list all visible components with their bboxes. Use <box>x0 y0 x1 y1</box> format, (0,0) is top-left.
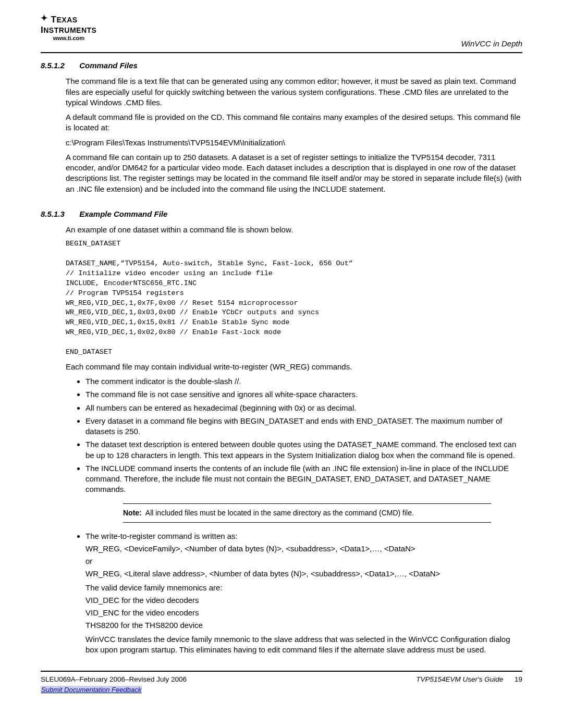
footer-left: SLEU069A–February 2006–Revised July 2006 <box>41 675 187 684</box>
file-path: c:\Program Files\Texas Instruments\TVP51… <box>66 138 522 148</box>
syntax-or: or <box>85 556 522 566</box>
logo-url: www.ti.com <box>41 34 96 42</box>
paragraph: WinVCC translates the device family mnem… <box>85 634 522 656</box>
syntax-line: WR_REG, <Literal slave address>, <Number… <box>85 569 522 579</box>
paragraph: The valid device family mnemonics are: <box>85 583 522 593</box>
list-item: All numbers can be entered as hexadecima… <box>85 403 522 413</box>
list-item: The comment indicator is the double-slas… <box>85 376 522 387</box>
section-number: 8.5.1.3 <box>41 209 77 219</box>
page-number: 19 <box>515 675 522 683</box>
header-chapter: WinVCC in Depth <box>461 39 522 49</box>
header-rule <box>41 52 522 53</box>
syntax-line: WR_REG, <DeviceFamily>, <Number of data … <box>85 544 522 554</box>
list-item: Every dataset in a command file begins w… <box>85 416 522 437</box>
paragraph: A default command file is provided on th… <box>66 112 522 133</box>
note-box: Note: All included files must be located… <box>123 503 491 523</box>
note-rule <box>123 522 491 523</box>
note-rule <box>123 503 491 504</box>
paragraph: An example of one dataset within a comma… <box>66 225 522 235</box>
ti-logo: ✦ TEXAS INSTRUMENTS www.ti.com <box>41 14 96 42</box>
bullet-list: The write-to-register command is written… <box>66 531 522 656</box>
list-item: The command file is not case sensitive a… <box>85 389 522 400</box>
code-block: BEGIN_DATASET DATASET_NAME,”TVP5154, Aut… <box>66 239 522 357</box>
mnemonic-line: VID_DEC for the video decoders <box>85 595 522 606</box>
paragraph: The command file is a text file that can… <box>66 76 522 108</box>
paragraph: A command file can contain up to 250 dat… <box>66 152 522 194</box>
list-item-text: The write-to-register command is written… <box>85 532 238 540</box>
mnemonic-line: THS8200 for the THS8200 device <box>85 620 522 631</box>
section-title: Command Files <box>79 61 138 70</box>
list-item: The INCLUDE command inserts the contents… <box>85 463 522 495</box>
bullet-list: The comment indicator is the double-slas… <box>66 376 522 495</box>
note-label: Note: <box>123 509 142 517</box>
feedback-link[interactable]: Submit Documentation Feedback <box>41 686 142 694</box>
footer-rule <box>41 671 522 672</box>
paragraph: Each command file may contain individual… <box>66 362 522 372</box>
note-text: All included files must be located in th… <box>145 509 414 517</box>
list-item: The dataset text description is entered … <box>85 439 522 461</box>
list-item: The write-to-register command is written… <box>85 531 522 656</box>
section-title: Example Command File <box>79 209 167 218</box>
mnemonic-line: VID_ENC for the video encoders <box>85 608 522 618</box>
section-number: 8.5.1.2 <box>41 60 77 71</box>
footer-doc-title: TVP5154EVM User's Guide <box>416 675 503 683</box>
